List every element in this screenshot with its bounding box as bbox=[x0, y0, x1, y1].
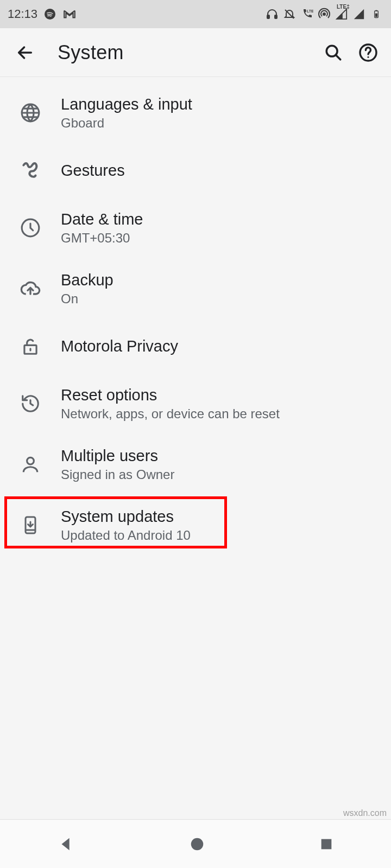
cloud-upload-icon bbox=[20, 278, 41, 299]
row-title: Reset options bbox=[61, 386, 380, 405]
svg-rect-7 bbox=[376, 10, 377, 11]
watermark: wsxdn.com bbox=[343, 808, 387, 818]
navigation-bar bbox=[0, 819, 391, 868]
svg-rect-17 bbox=[321, 839, 332, 849]
search-button[interactable] bbox=[321, 41, 345, 65]
row-title: Motorola Privacy bbox=[61, 337, 380, 356]
nav-back[interactable] bbox=[57, 835, 75, 853]
wifi-calling-icon: LTE bbox=[300, 7, 314, 21]
restore-icon bbox=[20, 393, 41, 414]
row-subtitle: On bbox=[61, 291, 380, 307]
svg-rect-6 bbox=[375, 14, 377, 17]
unlock-icon bbox=[20, 336, 41, 356]
row-subtitle: Gboard bbox=[61, 116, 380, 131]
globe-icon bbox=[20, 103, 41, 123]
svg-point-10 bbox=[368, 56, 369, 58]
svg-rect-1 bbox=[267, 15, 269, 18]
row-subtitle: GMT+05:30 bbox=[61, 231, 380, 246]
svg-point-14 bbox=[27, 457, 34, 464]
row-system-updates[interactable]: System updates Updated to Android 10 bbox=[0, 495, 391, 556]
person-icon bbox=[20, 454, 41, 475]
row-subtitle: Updated to Android 10 bbox=[61, 528, 380, 543]
row-backup[interactable]: Backup On bbox=[0, 258, 391, 319]
headphones-icon bbox=[265, 7, 279, 21]
row-title: System updates bbox=[61, 507, 380, 526]
row-title: Gestures bbox=[61, 161, 380, 180]
help-button[interactable] bbox=[356, 41, 380, 65]
row-motorola-privacy[interactable]: Motorola Privacy bbox=[0, 319, 391, 373]
system-update-icon bbox=[21, 515, 40, 535]
row-title: Backup bbox=[61, 271, 380, 290]
row-title: Languages & input bbox=[61, 95, 380, 114]
row-gestures[interactable]: Gestures bbox=[0, 143, 391, 197]
gmail-icon bbox=[62, 7, 77, 21]
row-subtitle: Signed in as Owner bbox=[61, 467, 380, 482]
settings-list: Languages & input Gboard Gestures Date &… bbox=[0, 77, 391, 556]
nav-recent[interactable] bbox=[319, 837, 334, 852]
gesture-icon bbox=[20, 160, 41, 181]
row-date-time[interactable]: Date & time GMT+05:30 bbox=[0, 197, 391, 258]
status-time: 12:13 bbox=[8, 7, 37, 21]
hotspot-icon bbox=[317, 7, 331, 21]
signal-icon: LTE‡ bbox=[335, 7, 349, 21]
signal-full-icon bbox=[352, 7, 366, 21]
svg-text:LTE: LTE bbox=[307, 9, 313, 13]
row-title: Date & time bbox=[61, 210, 380, 229]
row-multiple-users[interactable]: Multiple users Signed in as Owner bbox=[0, 434, 391, 495]
svg-point-16 bbox=[191, 838, 204, 850]
back-button[interactable] bbox=[14, 42, 36, 63]
row-languages-input[interactable]: Languages & input Gboard bbox=[0, 82, 391, 143]
row-subtitle: Network, apps, or device can be reset bbox=[61, 406, 380, 422]
lte-text: LTE‡ bbox=[337, 4, 350, 10]
row-reset-options[interactable]: Reset options Network, apps, or device c… bbox=[0, 373, 391, 434]
header: System bbox=[0, 28, 391, 77]
spotify-icon bbox=[43, 7, 57, 21]
svg-rect-2 bbox=[275, 15, 277, 18]
battery-icon bbox=[369, 7, 383, 21]
nav-home[interactable] bbox=[189, 836, 205, 852]
svg-point-4 bbox=[323, 13, 325, 15]
dnd-icon bbox=[282, 7, 297, 21]
status-bar: 12:13 LTE LTE‡ bbox=[0, 0, 391, 28]
row-title: Multiple users bbox=[61, 446, 380, 465]
clock-icon bbox=[20, 218, 41, 238]
page-title: System bbox=[58, 41, 311, 64]
